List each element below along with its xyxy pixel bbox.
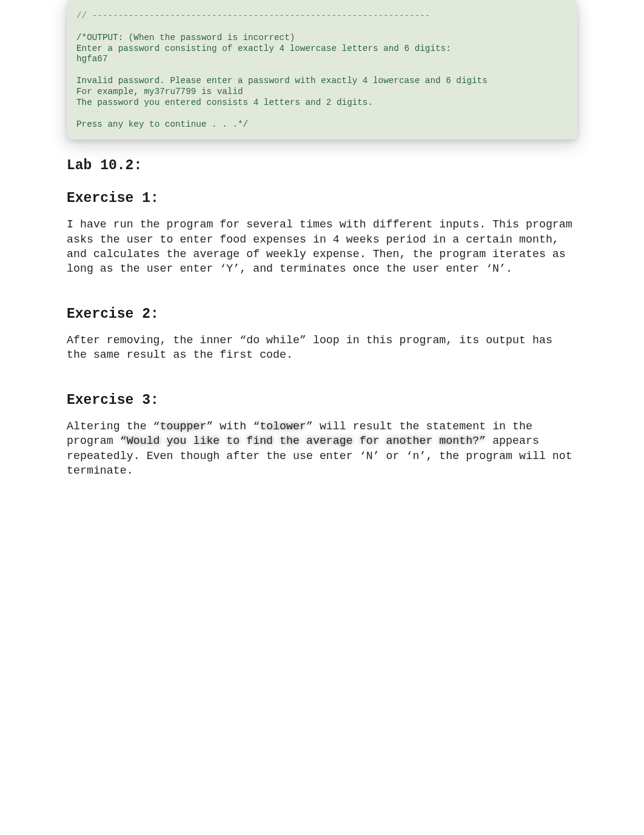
highlight-question: “Would you like to find the average for … <box>120 435 486 447</box>
code-line: Invalid password. Please enter a passwor… <box>76 76 488 86</box>
highlight-toupper: toupper <box>160 420 207 432</box>
code-line: The password you entered consists 4 lett… <box>76 98 373 107</box>
code-line: hgfa67 <box>76 54 107 64</box>
text-fragment: Altering the “ <box>67 420 160 432</box>
code-line: Enter a password consisting of exactly 4… <box>76 44 451 53</box>
highlight-tolower: tolower <box>260 420 306 432</box>
exercise-2-text: After removing, the inner “do while” loo… <box>67 333 577 362</box>
exercise-2-heading: Exercise 2: <box>67 306 577 322</box>
exercise-3-text: Altering the “toupper” with “tolower” wi… <box>67 419 577 478</box>
exercise-1-text: I have run the program for several times… <box>67 217 577 276</box>
document-page: // -------------------------------------… <box>0 0 644 508</box>
code-separator: // -------------------------------------… <box>76 11 430 21</box>
code-line: For example, my37ru7799 is valid <box>76 87 243 96</box>
text-fragment: ” with “ <box>206 420 260 432</box>
exercise-3-heading: Exercise 3: <box>67 392 577 408</box>
code-line: Press any key to continue . . .*/ <box>76 119 248 129</box>
lab-heading: Lab 10.2: <box>67 158 577 173</box>
exercise-1-heading: Exercise 1: <box>67 190 577 206</box>
code-line: /*OUTPUT: (When the password is incorrec… <box>76 33 295 42</box>
code-output-block: // -------------------------------------… <box>67 0 577 139</box>
